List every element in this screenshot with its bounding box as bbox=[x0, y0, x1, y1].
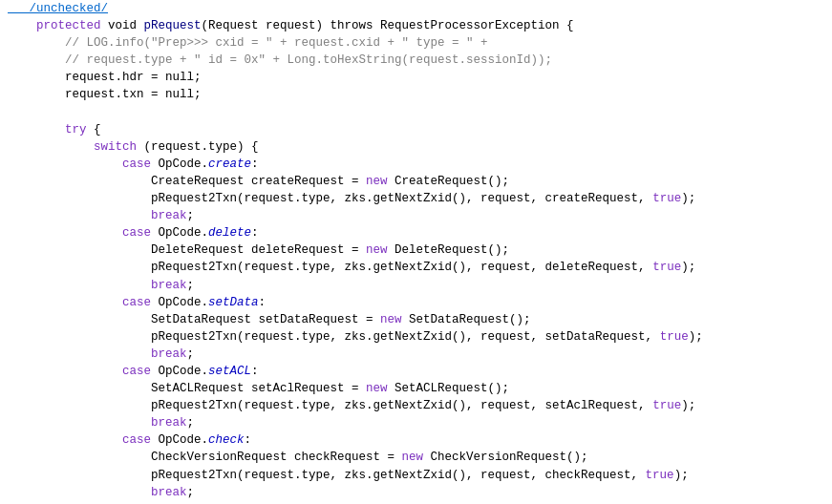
code-line: CreateRequest createRequest = new Create… bbox=[8, 173, 832, 190]
code-line: try { bbox=[8, 121, 832, 138]
code-line: pRequest2Txn(request.type, zks.getNextZx… bbox=[8, 467, 832, 484]
code-line: DeleteRequest deleteRequest = new Delete… bbox=[8, 242, 832, 259]
code-line: // request.type + " id = 0x" + Long.toHe… bbox=[8, 52, 832, 69]
code-line: case OpCode.delete: bbox=[8, 224, 832, 242]
code-line: protected void pRequest(Request request)… bbox=[8, 17, 832, 34]
code-line: SetACLRequest setAclRequest = new SetACL… bbox=[8, 380, 832, 397]
code-line: /unchecked/ bbox=[8, 0, 832, 17]
code-line: case OpCode.setData: bbox=[8, 294, 832, 311]
code-line: pRequest2Txn(request.type, zks.getNextZx… bbox=[8, 259, 832, 276]
code-line: pRequest2Txn(request.type, zks.getNextZx… bbox=[8, 190, 832, 207]
code-line: case OpCode.setACL: bbox=[8, 363, 832, 380]
code-line: break; bbox=[8, 207, 832, 224]
code-line: switch (request.type) { bbox=[8, 138, 832, 156]
code-line: case OpCode.check: bbox=[8, 431, 832, 449]
code-line: break; bbox=[8, 484, 832, 501]
code-line: // LOG.info("Prep>>> cxid = " + request.… bbox=[8, 34, 832, 52]
code-editor: /unchecked/ protected void pRequest(Requ… bbox=[0, 0, 832, 504]
code-area: /unchecked/ protected void pRequest(Requ… bbox=[0, 0, 832, 504]
code-line: SetDataRequest setDataRequest = new SetD… bbox=[8, 311, 832, 328]
code-line bbox=[8, 104, 832, 121]
code-lines: /unchecked/ protected void pRequest(Requ… bbox=[0, 0, 832, 504]
code-line: pRequest2Txn(request.type, zks.getNextZx… bbox=[8, 397, 832, 414]
code-line: request.txn = null; bbox=[8, 86, 832, 103]
code-line: case OpCode.create: bbox=[8, 156, 832, 173]
code-line: break; bbox=[8, 414, 832, 431]
code-line: break; bbox=[8, 346, 832, 363]
code-line: pRequest2Txn(request.type, zks.getNextZx… bbox=[8, 328, 832, 346]
code-line: CheckVersionRequest checkRequest = new C… bbox=[8, 449, 832, 466]
code-line: request.hdr = null; bbox=[8, 69, 832, 86]
code-line: break; bbox=[8, 277, 832, 294]
